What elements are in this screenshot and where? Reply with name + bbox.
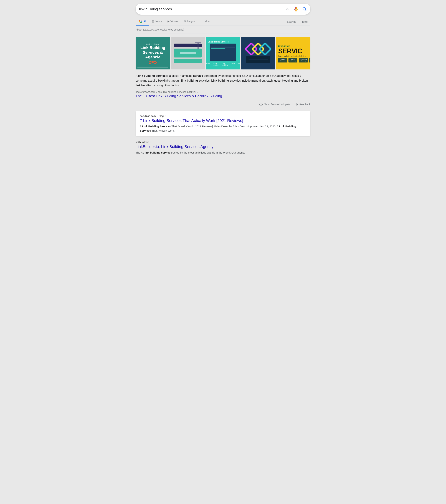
image-5-title: SERVIC [278, 48, 302, 54]
result-2-domain-text: linkbuilder.io [136, 141, 149, 144]
image-strip[interactable]: theTop 10 Best Link BuildingServices & A… [136, 37, 310, 70]
image-5-cursive: link buildi [278, 44, 290, 48]
result-2-title[interactable]: LinkBuilder.io: Link Building Services A… [136, 144, 310, 149]
tab-more[interactable]: ⋮ More [198, 18, 213, 25]
image-strip-item-2[interactable]: T [171, 37, 205, 70]
result-1-separator: › [157, 115, 158, 117]
nav-tabs-left: All ▤ News ▶ Videos ⊞ Images ⋮ More [136, 18, 213, 26]
result-1-title[interactable]: 7 Link Building Services That Actually W… [140, 118, 306, 123]
result-1-description: 7 Link Building Services That Actually W… [140, 124, 306, 133]
voice-search-button[interactable] [293, 6, 299, 12]
about-snippets-label: About featured snippets [264, 103, 290, 106]
clear-button[interactable]: ✕ [285, 6, 290, 12]
snippet-footer: ? About featured snippets · ⚑ Feedback [136, 101, 310, 108]
tab-images-label: Images [187, 20, 195, 23]
tools-button[interactable]: Tools [300, 18, 310, 25]
result-2-domain: linkbuilder.io ▾ [136, 141, 310, 144]
chain-links [137, 61, 168, 64]
image-4-monitor [246, 56, 270, 63]
nav-tabs: All ▤ News ▶ Videos ⊞ Images ⋮ More [136, 18, 310, 26]
results-count: About 3,620,000,000 results (0.92 second… [136, 28, 310, 34]
feedback-button[interactable]: ⚑ Feedback [296, 103, 310, 106]
footer-separator: · [292, 103, 293, 106]
svg-line-1 [305, 10, 307, 11]
image-icon: ⊞ [184, 20, 186, 23]
result-card-1: backlinko.com › Blog ▾ 7 Link Building S… [136, 111, 310, 137]
image-3-title: Link Building Services [208, 41, 229, 43]
more-dots-icon: ⋮ [201, 20, 204, 23]
tab-videos-label: Videos [171, 20, 178, 23]
news-icon: ▤ [152, 20, 154, 23]
page-wrapper: ✕ [132, 0, 314, 165]
featured-snippet: A link building service is a digital mar… [136, 73, 310, 98]
image-strip-item-3[interactable]: Link Building Services AnalyticsCase Sto… [206, 37, 240, 70]
image-strip-item-5[interactable]: link buildi SERVIC Is your website getti… [276, 37, 310, 70]
image-5-sub: Is your website getting the links it n [278, 55, 306, 57]
tab-news-label: News [155, 20, 162, 23]
tab-news[interactable]: ▤ News [149, 18, 165, 26]
search-bar: ✕ [136, 3, 310, 15]
result-card-2: linkbuilder.io ▾ LinkBuilder.io: Link Bu… [136, 139, 310, 158]
question-circle-icon: ? [259, 103, 263, 106]
nav-tabs-right: Settings Tools [285, 18, 310, 25]
result-1-breadcrumb: Blog [159, 115, 164, 117]
video-icon: ▶ [168, 20, 170, 23]
image-3-monitor [210, 44, 236, 61]
image-5-menu: Enterprise Solutions Agency Partnerships… [278, 58, 310, 62]
image-2-letter: T [195, 39, 202, 52]
results-count-text: About 3,620,000,000 results (0.92 second… [136, 28, 184, 31]
image-placeholder-1: theTop 10 Best Link BuildingServices & A… [136, 37, 170, 70]
search-submit-button[interactable] [302, 7, 307, 11]
snippet-text: A link building service is a digital mar… [136, 73, 310, 88]
result-1-domain: backlinko.com › Blog ▾ [140, 115, 306, 117]
snippet-source: seoforgrowth.com › best-link-building-se… [136, 90, 310, 93]
image-2-block-2 [174, 59, 202, 63]
snippet-link[interactable]: The 10 Best Link Building Services & Bac… [136, 94, 310, 98]
mic-icon [294, 7, 298, 11]
tab-all-label: All [143, 20, 146, 23]
tab-images[interactable]: ⊞ Images [181, 18, 198, 25]
tab-more-label: More [205, 20, 210, 23]
result-2-dropdown-icon[interactable]: ▾ [150, 141, 152, 143]
image-1-content: theTop 10 Best Link BuildingServices & A… [136, 41, 170, 65]
feedback-label: Feedback [300, 103, 310, 106]
result-1-dropdown-icon[interactable]: ▾ [165, 115, 166, 117]
search-icon [302, 7, 307, 11]
image-deco-line [137, 67, 168, 68]
image-3-nav: AnalyticsCase StoriesLink BuildingSEOHom… [206, 62, 240, 66]
result-1-domain-text: backlinko.com [140, 115, 156, 117]
close-icon: ✕ [286, 7, 289, 11]
search-input[interactable] [139, 7, 285, 11]
google-icon [139, 20, 142, 23]
image-strip-item-1[interactable]: theTop 10 Best Link BuildingServices & A… [136, 37, 170, 70]
image-deco-line [137, 66, 168, 66]
about-featured-snippets-button[interactable]: ? About featured snippets [259, 103, 290, 106]
image-strip-item-4[interactable] [241, 37, 275, 70]
search-bar-icons: ✕ [285, 6, 307, 12]
image-4-chains [246, 44, 270, 54]
tab-all[interactable]: All [136, 18, 149, 26]
settings-button[interactable]: Settings [285, 18, 298, 25]
tab-videos[interactable]: ▶ Videos [165, 18, 181, 25]
result-2-description: The #1 link building service trusted by … [136, 150, 310, 155]
flag-icon: ⚑ [296, 103, 298, 106]
